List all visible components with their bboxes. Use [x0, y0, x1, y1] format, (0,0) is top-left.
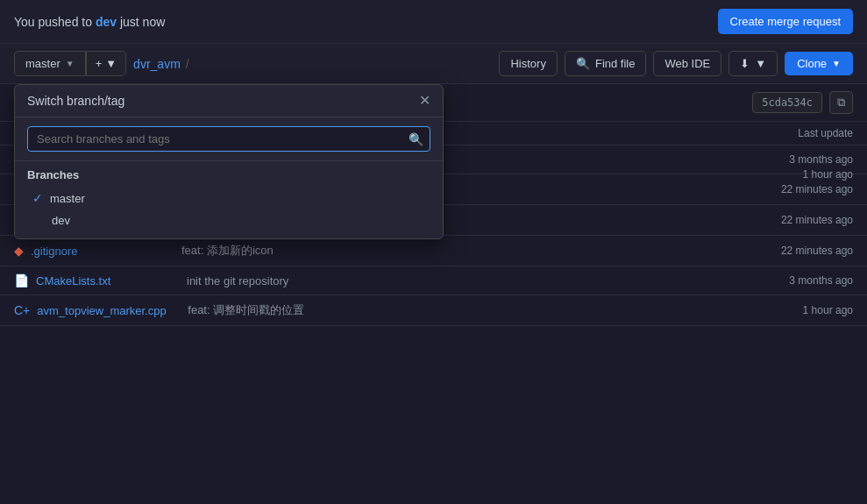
branch-dropdown-button[interactable]: master ▼ [14, 51, 86, 76]
top-bar: You pushed to dev just now Create merge … [0, 0, 867, 44]
push-message-prefix: You pushed to [14, 15, 96, 29]
branch-item-master[interactable]: ✓ master [27, 187, 430, 209]
file-name: avm_topview_marker.cpp [37, 304, 188, 317]
history-label: History [510, 57, 545, 70]
clone-button[interactable]: Clone ▼ [785, 52, 853, 75]
plus-icon: + [96, 57, 103, 70]
download-chevron-icon: ▼ [755, 57, 766, 70]
copy-hash-button[interactable]: ⧉ [829, 91, 853, 114]
branches-section-label: Branches [27, 168, 430, 181]
close-dropdown-button[interactable]: ✕ [419, 94, 430, 108]
history-button[interactable]: History [499, 51, 557, 76]
breadcrumb-separator: / [186, 57, 189, 71]
add-chevron-icon: ▼ [105, 57, 117, 70]
clone-label: Clone [797, 57, 827, 70]
breadcrumb: dvr_avm / [133, 57, 189, 71]
branch-tag-dropdown: Switch branch/tag ✕ 🔍 Branches ✓ master … [14, 84, 444, 239]
file-time: 22 minutes ago [730, 183, 853, 195]
main-content: 5cda534c ⧉ Last update 📁 xpCameraAvr fix… [0, 84, 867, 504]
commit-hash: 5cda534c [752, 92, 822, 113]
dev-branch-link[interactable]: dev [96, 15, 117, 29]
web-ide-button[interactable]: Web IDE [653, 51, 721, 76]
repository-toolbar: master ▼ + ▼ dvr_avm / History 🔍 Find fi… [0, 44, 867, 84]
chevron-down-icon: ▼ [66, 59, 75, 68]
create-merge-request-button[interactable]: Create merge request [718, 9, 853, 34]
file-time: 3 months ago [730, 274, 853, 287]
branch-item-label: dev [52, 214, 70, 227]
copy-icon: ⧉ [837, 96, 845, 109]
add-button[interactable]: + ▼ [86, 51, 126, 76]
push-notification: You pushed to dev just now [14, 15, 165, 29]
file-name: .gitignore [31, 245, 181, 258]
branch-search-input[interactable] [27, 126, 430, 152]
cmake-icon: 📄 [14, 273, 29, 287]
dropdown-title: Switch branch/tag [27, 94, 124, 108]
branch-selector: master ▼ + ▼ [14, 51, 126, 76]
check-icon: ✓ [32, 191, 43, 205]
web-ide-label: Web IDE [664, 57, 710, 70]
branches-list: Branches ✓ master dev [15, 161, 443, 238]
dev-branch-time: 1 hour ago [803, 168, 853, 181]
file-time: 3 months ago [730, 153, 853, 166]
file-message: feat: 添加新的icon [181, 243, 730, 259]
file-message: init the git repository [187, 274, 730, 287]
find-file-label: Find file [595, 57, 636, 70]
table-row[interactable]: ◆ .gitignore feat: 添加新的icon 22 minutes a… [0, 236, 867, 266]
file-time: 22 minutes ago [730, 214, 853, 226]
repo-name-link[interactable]: dvr_avm [133, 57, 181, 71]
table-row[interactable]: 📄 CMakeLists.txt init the git repository… [0, 266, 867, 295]
find-file-button[interactable]: 🔍 Find file [565, 51, 647, 76]
table-row[interactable]: C+ avm_topview_marker.cpp feat: 调整时间戳的位置… [0, 295, 867, 326]
branch-item-dev[interactable]: dev [27, 209, 430, 231]
search-icon: 🔍 [576, 57, 590, 70]
toolbar-right-actions: History 🔍 Find file Web IDE ⬇ ▼ Clone ▼ [499, 51, 853, 76]
branch-name-label: master [25, 57, 60, 70]
dropdown-header: Switch branch/tag ✕ [15, 85, 443, 117]
branch-item-label: master [50, 192, 85, 205]
gitignore-icon: ◆ [14, 244, 24, 258]
download-button[interactable]: ⬇ ▼ [728, 51, 778, 76]
file-time: 22 minutes ago [730, 245, 853, 257]
last-update-column-header: Last update [730, 127, 853, 139]
clone-chevron-icon: ▼ [832, 59, 841, 68]
file-message: feat: 调整时间戳的位置 [188, 302, 730, 318]
cpp-icon: C+ [14, 303, 30, 317]
file-name: CMakeLists.txt [36, 274, 187, 287]
download-icon: ⬇ [740, 57, 750, 70]
search-icon: 🔍 [409, 132, 423, 146]
push-message-suffix: just now [120, 15, 165, 29]
file-time: 1 hour ago [730, 304, 853, 316]
branch-search-container: 🔍 [15, 117, 443, 161]
